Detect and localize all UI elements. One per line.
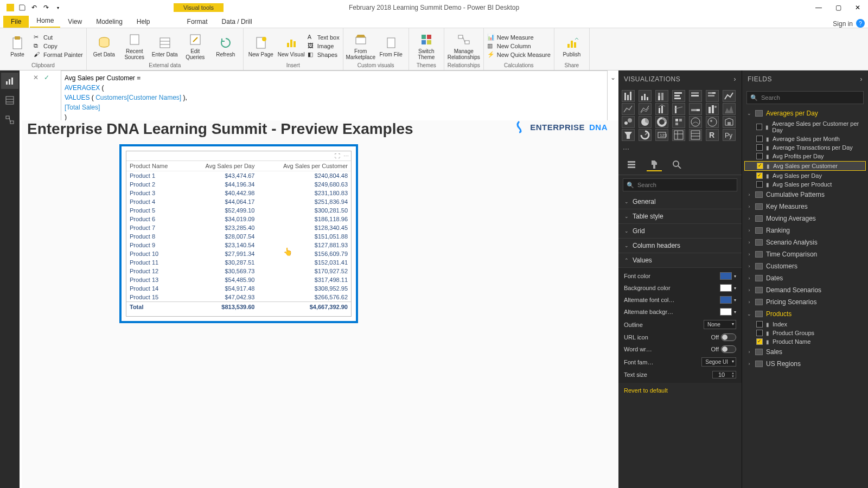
format-painter-button[interactable]: 🖌Format Painter (34, 51, 83, 59)
fields-panel-header[interactable]: FIELDS› (742, 70, 868, 88)
viz-type-icon[interactable] (655, 116, 668, 128)
section-grid[interactable]: ⌄Grid (618, 224, 742, 239)
text-size-spinner[interactable]: ▲▼ (712, 371, 736, 378)
table-row[interactable]: Product 2$44,196.34$249,680.63 (126, 180, 351, 189)
viz-type-icon[interactable] (689, 103, 702, 115)
field-table[interactable]: ›Customers (742, 260, 868, 272)
alt-bg-swatch[interactable] (720, 308, 732, 316)
field-checkbox[interactable] (756, 321, 763, 328)
text-size-input[interactable] (713, 371, 730, 378)
tab-file[interactable]: File (3, 16, 29, 28)
viz-type-icon[interactable]: Py (723, 129, 736, 141)
new-page-button[interactable]: New Page (247, 30, 275, 62)
field-table[interactable]: ›Dates (742, 272, 868, 284)
viz-search-input[interactable]: 🔍Search (623, 178, 737, 191)
get-data-button[interactable]: Get Data (90, 30, 118, 62)
table-row[interactable]: Product 14$54,917.48$308,952.95 (126, 284, 351, 293)
format-tab-icon[interactable] (647, 158, 662, 171)
field-checkbox[interactable] (756, 136, 763, 142)
table-row[interactable]: Product 5$52,499.10$300,281.50 (126, 206, 351, 215)
new-column-button[interactable]: ▥New Column (487, 42, 551, 50)
from-marketplace-button[interactable]: From Marketplace (347, 30, 375, 62)
new-measure-button[interactable]: 📊New Measure (487, 34, 551, 41)
tab-modeling[interactable]: Modeling (90, 16, 129, 28)
publish-button[interactable]: Publish (558, 30, 586, 62)
fields-well-tab-icon[interactable] (624, 158, 639, 171)
outline-dropdown[interactable]: None (704, 320, 736, 329)
font-family-dropdown[interactable]: Segoe UI (701, 357, 736, 367)
revert-to-default-link[interactable]: Revert to default (618, 383, 742, 398)
field-checkbox[interactable] (756, 124, 762, 130)
col-header-avg-customer[interactable]: Avg Sales per Customer (258, 161, 351, 171)
maximize-icon[interactable]: ▢ (832, 2, 844, 14)
close-icon[interactable]: ✕ (852, 2, 864, 14)
formula-commit-icon[interactable]: ✓ (44, 74, 49, 81)
field-table[interactable]: ›Scenario Analysis (742, 236, 868, 248)
field-checkbox[interactable] (756, 330, 763, 336)
field-item[interactable]: ▮Avg Sales per Customer (744, 161, 866, 171)
font-color-swatch[interactable] (720, 272, 732, 280)
viz-type-icon[interactable] (672, 90, 685, 102)
tab-data-drill[interactable]: Data / Drill (215, 16, 259, 28)
dropdown-icon[interactable]: ▾ (734, 310, 736, 314)
from-file-button[interactable]: From File (377, 30, 405, 62)
section-values[interactable]: ⌃Values (618, 253, 742, 268)
table-row[interactable]: Product 9$23,140.54$127,881.93 (126, 241, 351, 249)
viz-type-icon[interactable] (723, 116, 736, 128)
viz-type-icon[interactable]: R (706, 129, 719, 141)
table-row[interactable]: Product 12$30,569.73$170,927.52 (126, 267, 351, 275)
viz-type-icon[interactable] (672, 103, 685, 115)
field-table[interactable]: ›Sales (742, 346, 868, 358)
url-icon-toggle[interactable] (721, 333, 736, 341)
viz-type-icon[interactable] (706, 90, 719, 102)
field-checkbox[interactable] (756, 181, 763, 188)
viz-type-icon[interactable] (655, 90, 668, 102)
field-table[interactable]: ›Demand Scenarios (742, 284, 868, 296)
field-item[interactable]: ▮Average Transactions per Day (742, 143, 868, 152)
section-table-style[interactable]: ⌄Table style (618, 209, 742, 224)
field-checkbox[interactable] (756, 172, 763, 179)
field-item[interactable]: ▮Index (742, 320, 868, 329)
section-column-headers[interactable]: ⌄Column headers (618, 239, 742, 253)
table-row[interactable]: Product 7$23,285.40$128,340.45 (126, 223, 351, 232)
save-icon[interactable] (17, 3, 27, 12)
undo-icon[interactable]: ↶ (29, 3, 39, 12)
image-button[interactable]: 🖼Image (308, 42, 340, 50)
table-row[interactable]: Product 4$44,064.17$251,836.94 (126, 197, 351, 206)
field-item[interactable]: ▮Product Name (742, 337, 868, 346)
field-table[interactable]: ›Key Measures (742, 201, 868, 213)
table-row[interactable]: Product 11$30,287.51$152,031.41 (126, 258, 351, 267)
manage-relationships-button[interactable]: Manage Relationships (450, 30, 478, 62)
viz-type-icon[interactable] (639, 129, 652, 141)
field-item[interactable]: ▮Avg Profits per Day (742, 152, 868, 160)
fields-search-input[interactable]: 🔍Search (746, 91, 864, 104)
field-table[interactable]: ›US Regions (742, 358, 868, 370)
viz-type-icon[interactable] (689, 129, 702, 141)
field-item[interactable]: ▮Average Sales per Month (742, 134, 868, 143)
analytics-tab-icon[interactable] (669, 158, 685, 171)
sign-in-link[interactable]: Sign in (833, 20, 853, 28)
field-table[interactable]: ›Ranking (742, 224, 868, 236)
viz-type-icon[interactable] (723, 103, 736, 115)
field-table[interactable]: ›Moving Averages (742, 213, 868, 224)
edit-queries-button[interactable]: Edit Queries (181, 30, 209, 62)
wordwrap-toggle[interactable] (721, 345, 736, 353)
new-quick-measure-button[interactable]: ⚡New Quick Measure (487, 51, 551, 59)
more-options-icon[interactable]: ⋯ (343, 153, 349, 159)
table-row[interactable]: Product 1$43,474.67$240,804.48 (126, 171, 351, 181)
field-item[interactable]: ▮Product Groups (742, 329, 868, 337)
chevron-right-icon[interactable]: › (734, 75, 737, 83)
field-checkbox[interactable] (757, 163, 763, 169)
bg-color-swatch[interactable] (720, 284, 732, 292)
field-table[interactable]: ›Time Comparison (742, 248, 868, 260)
report-view-icon[interactable] (1, 73, 18, 89)
dropdown-icon[interactable]: ▾ (734, 298, 736, 303)
new-visual-button[interactable]: New Visual (277, 30, 305, 62)
field-item[interactable]: ▮Avg Sales per Day (742, 171, 868, 180)
table-row[interactable]: Product 13$54,485.90$317,498.11 (126, 275, 351, 284)
switch-theme-button[interactable]: Switch Theme (412, 30, 441, 62)
dropdown-icon[interactable]: ▾ (734, 286, 736, 291)
viz-type-icon[interactable] (655, 103, 668, 115)
field-table[interactable]: ⌄Products (742, 308, 868, 320)
viz-type-icon[interactable] (689, 116, 702, 128)
